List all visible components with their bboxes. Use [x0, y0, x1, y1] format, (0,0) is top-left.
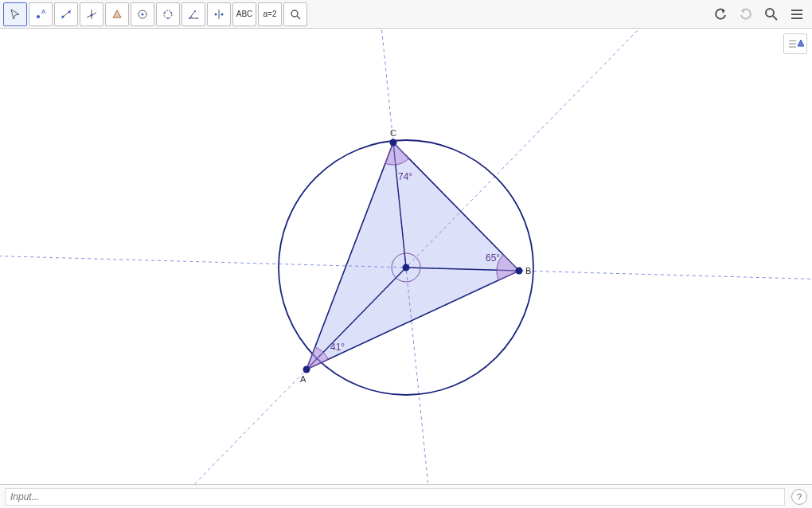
svg-point-0 [37, 15, 40, 18]
tool-text[interactable]: ABC [232, 2, 256, 26]
svg-marker-8 [113, 10, 121, 18]
tool-reflect[interactable] [207, 2, 231, 26]
input-bar: ? [0, 484, 812, 508]
svg-point-17 [194, 10, 196, 12]
svg-marker-31 [798, 40, 804, 46]
svg-point-15 [189, 18, 190, 19]
svg-point-13 [170, 12, 172, 14]
toolbar: A ABC [0, 0, 812, 29]
svg-point-23 [766, 9, 774, 17]
svg-point-7 [91, 14, 93, 16]
svg-point-11 [164, 10, 172, 18]
svg-point-43 [303, 366, 310, 373]
svg-line-24 [773, 16, 777, 20]
svg-point-47 [390, 139, 397, 147]
tool-move[interactable] [3, 2, 27, 26]
svg-point-49 [403, 264, 410, 272]
help-button[interactable]: ? [791, 489, 807, 505]
tool-slider-label: a=2 [264, 10, 277, 18]
tool-circle[interactable] [131, 2, 154, 26]
tool-slider[interactable]: a=2 [258, 2, 282, 26]
svg-text:C: C [390, 128, 396, 138]
search-button[interactable] [759, 2, 783, 26]
tool-angle[interactable] [182, 2, 205, 26]
svg-line-2 [61, 10, 71, 18]
svg-text:A: A [41, 8, 46, 15]
svg-text:A: A [300, 374, 306, 384]
tool-point[interactable]: A [29, 2, 53, 26]
menu-button[interactable] [785, 2, 809, 26]
svg-point-21 [291, 10, 298, 17]
svg-point-4 [68, 10, 71, 13]
svg-point-45 [516, 268, 523, 275]
tool-perpendicular[interactable] [80, 2, 103, 26]
graphics-view[interactable]: 41°65°74°ABC [0, 29, 812, 484]
svg-line-22 [297, 16, 300, 19]
tool-move-view[interactable] [283, 2, 307, 26]
tool-line[interactable] [54, 2, 78, 26]
svg-point-19 [215, 13, 217, 15]
redo-button[interactable] [734, 2, 758, 26]
undo-button[interactable] [709, 2, 732, 26]
svg-point-9 [139, 10, 146, 18]
geometry-canvas: 41°65°74°ABC [0, 29, 812, 484]
svg-point-14 [167, 18, 169, 19]
style-bar-toggle[interactable] [783, 33, 807, 54]
svg-text:B: B [525, 266, 531, 275]
tool-text-label: ABC [236, 10, 253, 18]
svg-point-12 [164, 12, 166, 14]
svg-point-10 [142, 13, 144, 15]
tool-polygon[interactable] [105, 2, 129, 26]
command-input[interactable] [5, 488, 785, 506]
svg-text:41°: 41° [330, 342, 345, 353]
svg-point-3 [62, 15, 64, 18]
tool-conic[interactable] [156, 2, 180, 26]
svg-point-20 [221, 13, 224, 15]
svg-point-16 [197, 18, 198, 19]
svg-text:74°: 74° [398, 171, 412, 182]
tool-group-right [709, 2, 809, 26]
svg-line-5 [87, 13, 96, 18]
svg-text:65°: 65° [486, 252, 500, 264]
tool-group-left: A ABC [3, 2, 307, 26]
